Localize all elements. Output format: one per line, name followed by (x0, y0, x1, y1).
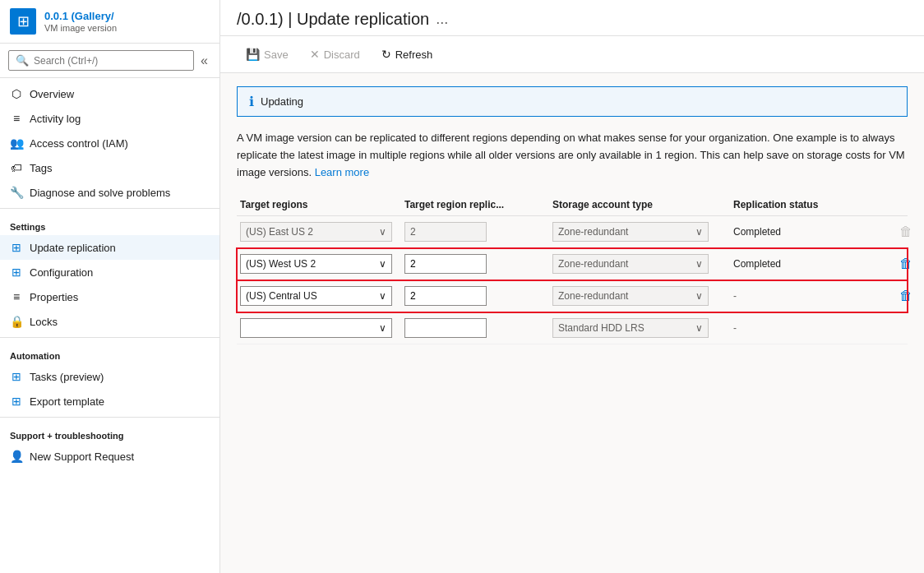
region-select-east-us2: (US) East US 2 ∨ (240, 222, 392, 242)
save-icon: 💾 (246, 48, 260, 61)
replica-input-west-us2[interactable] (404, 254, 487, 274)
col-header-status: Replication status (730, 199, 894, 210)
sidebar-item-label: Tasks (preview) (30, 371, 104, 383)
replica-input-new[interactable] (404, 318, 487, 338)
chevron-down-icon: ∨ (379, 226, 386, 238)
search-input[interactable] (34, 55, 187, 67)
refresh-button[interactable]: ↻ Refresh (372, 43, 442, 66)
storage-cell: Zone-redundant ∨ (549, 284, 730, 308)
region-select-central-us[interactable]: (US) Central US ∨ (240, 286, 392, 306)
sidebar-item-tags[interactable]: 🏷 Tags (0, 155, 219, 180)
sidebar-subtitle: VM image version (44, 23, 210, 33)
sidebar-item-access-control[interactable]: 👥 Access control (IAM) (0, 131, 219, 155)
refresh-icon: ↻ (381, 48, 391, 61)
status-text: Completed (733, 258, 781, 270)
configuration-icon: ⊞ (10, 266, 23, 279)
sidebar-item-label: Properties (30, 291, 78, 303)
content-area: ℹ Updating A VM image version can be rep… (220, 73, 924, 573)
support-section-header: Support + troubleshooting (0, 421, 219, 444)
collapse-button[interactable]: « (197, 52, 211, 70)
table-row: (US) East US 2 ∨ Zone-redundant ∨ Comple… (237, 216, 908, 248)
sidebar-title-block: 0.0.1 (Gallery/ VM image version (44, 10, 210, 33)
table-row-new: ∨ Standard HDD LRS ∨ - (237, 312, 908, 344)
storage-select-west-us2[interactable]: Zone-redundant ∨ (552, 254, 709, 274)
chevron-down-icon: ∨ (695, 322, 703, 334)
sidebar-item-label: Activity log (30, 113, 81, 125)
status-cell: Completed (730, 224, 894, 240)
update-replication-icon: ⊞ (10, 241, 23, 254)
status-dash-new: - (733, 322, 737, 334)
col-header-actions (894, 199, 924, 210)
col-header-replicas: Target region replic... (401, 199, 549, 210)
divider-3 (0, 417, 219, 418)
tags-icon: 🏷 (10, 161, 23, 174)
storage-select-east-us2: Zone-redundant ∨ (552, 222, 709, 242)
sidebar-item-label: Access control (IAM) (30, 137, 128, 150)
sidebar-item-label: Locks (30, 316, 58, 328)
col-header-storage: Storage account type (549, 199, 730, 210)
sidebar-item-label: Tags (30, 162, 52, 174)
banner-text: Updating (261, 95, 303, 108)
search-box[interactable]: 🔍 (8, 50, 194, 71)
chevron-down-icon: ∨ (379, 258, 386, 270)
chevron-down-icon: ∨ (379, 290, 386, 302)
diagnose-icon: 🔧 (10, 186, 23, 199)
sidebar-item-new-support[interactable]: 👤 New Support Request (0, 444, 219, 469)
sidebar-item-overview[interactable]: ⬡ Overview (0, 81, 219, 106)
sidebar-item-label: Overview (30, 88, 74, 100)
sidebar-item-label: Update replication (30, 242, 116, 254)
description-text: A VM image version can be replicated to … (237, 130, 908, 181)
sidebar-item-locks[interactable]: 🔒 Locks (0, 309, 219, 334)
delete-button[interactable]: 🗑 (898, 255, 914, 273)
storage-label: Zone-redundant (558, 226, 628, 238)
action-cell: 🗑 (894, 284, 924, 307)
automation-section-header: Automation (0, 341, 219, 364)
status-text: Completed (733, 226, 781, 238)
chevron-down-icon: ∨ (695, 258, 703, 270)
vm-logo-icon: ⊞ (10, 8, 36, 35)
sidebar-item-activity-log[interactable]: ≡ Activity log (0, 106, 219, 131)
storage-select-central-us[interactable]: Zone-redundant ∨ (552, 286, 709, 306)
replica-input-central-us[interactable] (404, 286, 487, 306)
activity-log-icon: ≡ (10, 112, 23, 125)
page-title: /0.0.1) | Update replication (237, 10, 429, 35)
sidebar-header: ⊞ 0.0.1 (Gallery/ VM image version (0, 0, 219, 44)
sidebar: ⊞ 0.0.1 (Gallery/ VM image version 🔍 « ⬡… (0, 0, 220, 573)
toolbar: 💾 Save ✕ Discard ↻ Refresh (220, 36, 924, 73)
sidebar-item-label: Diagnose and solve problems (30, 187, 170, 199)
sidebar-item-label: Configuration (30, 266, 93, 279)
sidebar-item-configuration[interactable]: ⊞ Configuration (0, 260, 219, 284)
search-row: 🔍 « (0, 44, 219, 78)
sidebar-item-label: Export template (30, 395, 104, 408)
tasks-icon: ⊞ (10, 370, 23, 383)
region-select-new[interactable]: ∨ (240, 318, 392, 338)
region-select-west-us2[interactable]: (US) West US 2 ∨ (240, 254, 392, 274)
replica-cell-new (401, 316, 549, 340)
chevron-down-icon: ∨ (379, 322, 386, 334)
new-support-icon: 👤 (10, 450, 23, 463)
more-options-icon[interactable]: ··· (436, 14, 448, 31)
page-header: /0.0.1) | Update replication ··· (220, 0, 924, 36)
sidebar-item-tasks[interactable]: ⊞ Tasks (preview) (0, 364, 219, 389)
delete-button[interactable]: 🗑 (898, 287, 914, 305)
overview-icon: ⬡ (10, 87, 23, 100)
sidebar-item-update-replication[interactable]: ⊞ Update replication (0, 235, 219, 260)
sidebar-item-diagnose[interactable]: 🔧 Diagnose and solve problems (0, 180, 219, 205)
sidebar-item-properties[interactable]: ≡ Properties (0, 284, 219, 309)
chevron-down-icon: ∨ (695, 290, 703, 302)
action-cell: 🗑 (894, 220, 924, 243)
table-container: Target regions Target region replic... S… (237, 194, 908, 344)
locks-icon: 🔒 (10, 315, 23, 328)
sidebar-item-export-template[interactable]: ⊞ Export template (0, 389, 219, 414)
chevron-down-icon: ∨ (695, 226, 703, 238)
main-content: /0.0.1) | Update replication ··· 💾 Save … (220, 0, 924, 573)
storage-select-new[interactable]: Standard HDD LRS ∨ (552, 318, 709, 338)
replica-cell (401, 219, 549, 244)
divider-2 (0, 337, 219, 338)
learn-more-link[interactable]: Learn more (315, 166, 369, 178)
sidebar-item-label: New Support Request (30, 451, 134, 463)
storage-cell-new: Standard HDD LRS ∨ (549, 316, 730, 340)
storage-label: Zone-redundant (558, 290, 628, 302)
discard-button[interactable]: ✕ Discard (301, 43, 369, 66)
save-button[interactable]: 💾 Save (237, 43, 298, 66)
